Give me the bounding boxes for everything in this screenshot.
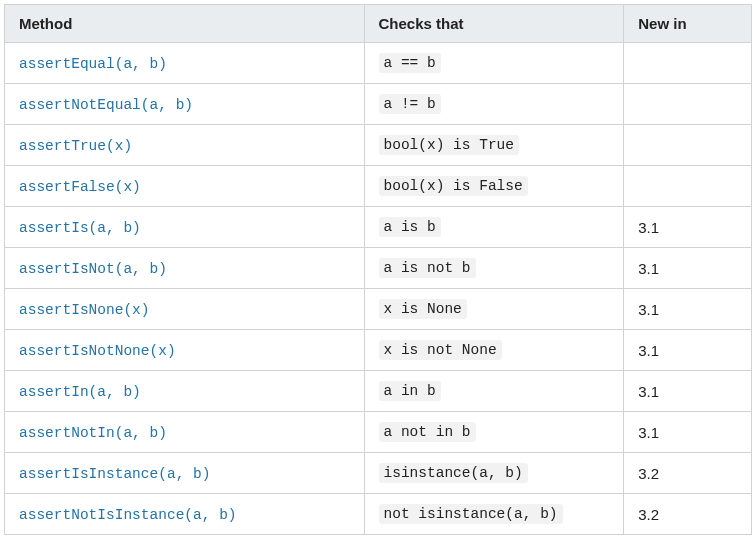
method-link[interactable]: assertNotIsInstance(a, b) bbox=[19, 507, 237, 523]
checks-code: a != b bbox=[379, 94, 441, 114]
method-link[interactable]: assertIsInstance(a, b) bbox=[19, 466, 210, 482]
newin-value: 3.1 bbox=[638, 342, 659, 359]
checks-code: a is b bbox=[379, 217, 441, 237]
table-body: assertEqual(a, b) a == b assertNotEqual(… bbox=[5, 43, 752, 535]
method-link[interactable]: assertEqual(a, b) bbox=[19, 56, 167, 72]
method-link[interactable]: assertTrue(x) bbox=[19, 138, 132, 154]
method-link[interactable]: assertIsNone(x) bbox=[19, 302, 150, 318]
newin-value: 3.2 bbox=[638, 465, 659, 482]
method-link[interactable]: assertFalse(x) bbox=[19, 179, 141, 195]
checks-code: bool(x) is True bbox=[379, 135, 520, 155]
method-link[interactable]: assertNotEqual(a, b) bbox=[19, 97, 193, 113]
newin-value: 3.2 bbox=[638, 506, 659, 523]
method-link[interactable]: assertIsNot(a, b) bbox=[19, 261, 167, 277]
table-row: assertFalse(x) bool(x) is False bbox=[5, 166, 752, 207]
checks-code: a not in b bbox=[379, 422, 476, 442]
header-newin: New in bbox=[624, 5, 752, 43]
checks-code: a in b bbox=[379, 381, 441, 401]
newin-value: 3.1 bbox=[638, 260, 659, 277]
method-link[interactable]: assertIsNotNone(x) bbox=[19, 343, 176, 359]
header-checks: Checks that bbox=[364, 5, 624, 43]
newin-value: 3.1 bbox=[638, 301, 659, 318]
newin-value: 3.1 bbox=[638, 424, 659, 441]
table-row: assertNotIn(a, b) a not in b 3.1 bbox=[5, 412, 752, 453]
table-row: assertIsNone(x) x is None 3.1 bbox=[5, 289, 752, 330]
method-link[interactable]: assertNotIn(a, b) bbox=[19, 425, 167, 441]
checks-code: x is not None bbox=[379, 340, 502, 360]
checks-code: not isinstance(a, b) bbox=[379, 504, 563, 524]
method-link[interactable]: assertIn(a, b) bbox=[19, 384, 141, 400]
checks-code: a == b bbox=[379, 53, 441, 73]
checks-code: isinstance(a, b) bbox=[379, 463, 528, 483]
table-row: assertNotIsInstance(a, b) not isinstance… bbox=[5, 494, 752, 535]
table-header-row: Method Checks that New in bbox=[5, 5, 752, 43]
table-row: assertEqual(a, b) a == b bbox=[5, 43, 752, 84]
checks-code: a is not b bbox=[379, 258, 476, 278]
newin-value: 3.1 bbox=[638, 383, 659, 400]
newin-value: 3.1 bbox=[638, 219, 659, 236]
table-row: assertIsNotNone(x) x is not None 3.1 bbox=[5, 330, 752, 371]
assert-methods-table: Method Checks that New in assertEqual(a,… bbox=[4, 4, 752, 535]
table-row: assertIn(a, b) a in b 3.1 bbox=[5, 371, 752, 412]
table-row: assertIs(a, b) a is b 3.1 bbox=[5, 207, 752, 248]
checks-code: x is None bbox=[379, 299, 467, 319]
table-row: assertIsInstance(a, b) isinstance(a, b) … bbox=[5, 453, 752, 494]
table-row: assertIsNot(a, b) a is not b 3.1 bbox=[5, 248, 752, 289]
header-method: Method bbox=[5, 5, 365, 43]
checks-code: bool(x) is False bbox=[379, 176, 528, 196]
table-row: assertNotEqual(a, b) a != b bbox=[5, 84, 752, 125]
method-link[interactable]: assertIs(a, b) bbox=[19, 220, 141, 236]
table-row: assertTrue(x) bool(x) is True bbox=[5, 125, 752, 166]
